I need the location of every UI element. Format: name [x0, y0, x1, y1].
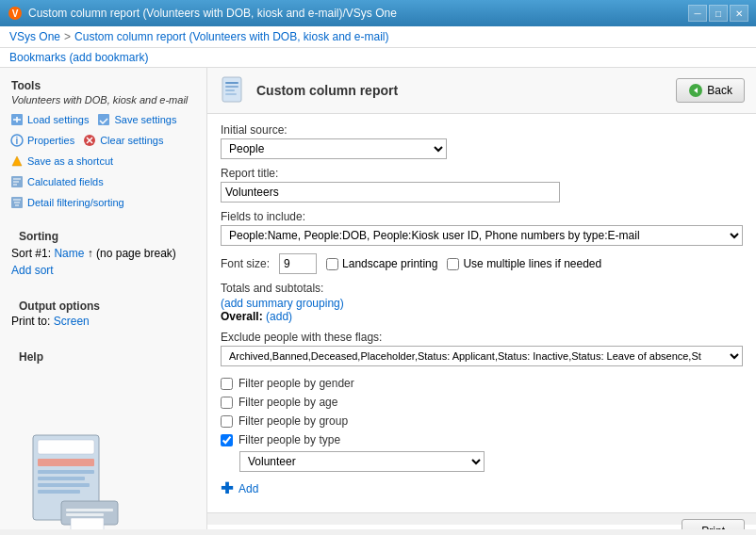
detail-filtering-label: Detail filtering/sorting	[27, 197, 124, 208]
fields-include-select[interactable]: People:Name, People:DOB, People:Kiosk us…	[221, 225, 743, 246]
print-button[interactable]: Print	[682, 519, 745, 529]
report-title-input[interactable]: Volunteers	[221, 182, 560, 203]
filter-group-checkbox[interactable]	[221, 415, 233, 428]
clear-settings-icon	[82, 133, 97, 148]
clear-settings-label: Clear settings	[100, 135, 163, 146]
properties-icon: i	[9, 133, 25, 148]
svg-rect-14	[38, 483, 90, 487]
landscape-checkbox-label[interactable]: Landscape printing	[326, 257, 437, 270]
add-bookmark-link[interactable]: (add bookmark)	[69, 51, 148, 64]
totals-group: Totals and subtotals: (add summary group…	[221, 282, 743, 323]
filter-group-row: Filter people by group	[221, 412, 743, 430]
exclude-flags-select[interactable]: Archived,Banned,Deceased,Placeholder,Sta…	[221, 346, 743, 366]
initial-source-select[interactable]: People	[221, 138, 447, 159]
add-link[interactable]: Add	[238, 482, 258, 495]
add-sort-link[interactable]: Add sort	[11, 264, 54, 277]
initial-source-label: Initial source:	[221, 123, 743, 137]
exclude-flags-group: Exclude people with these flags: Archive…	[221, 331, 743, 366]
sort1-arrow: ↑	[88, 247, 93, 260]
svg-rect-13	[38, 477, 85, 480]
svg-rect-3	[98, 114, 109, 125]
multilines-checkbox[interactable]	[447, 258, 459, 270]
volunteer-type-row: Volunteer	[221, 449, 743, 474]
detail-filtering-icon	[9, 195, 25, 210]
maximize-button[interactable]: □	[709, 5, 728, 22]
back-button[interactable]: Back	[676, 78, 745, 103]
filter-type-label: Filter people by type	[238, 433, 340, 446]
font-size-group: Font size: Landscape printing Use multip…	[221, 253, 743, 274]
save-shortcut-label: Save as a shortcut	[27, 155, 113, 167]
detail-filtering-row: Detail filtering/sorting	[4, 192, 203, 213]
bookmarks-link[interactable]: Bookmarks	[9, 51, 66, 64]
svg-rect-23	[225, 89, 235, 91]
save-settings-label: Save settings	[114, 114, 176, 125]
filter-type-row: Filter people by type	[221, 430, 743, 449]
properties-row: i Properties Clear settings	[4, 130, 203, 151]
tools-section-title: Tools	[4, 75, 203, 94]
home-nav-link[interactable]: VSys One	[9, 30, 60, 43]
filter-age-label: Filter people by age	[238, 396, 337, 409]
current-nav-link[interactable]: Custom column report (Volunteers with DO…	[74, 30, 388, 43]
add-summary-row: (add summary grouping)	[221, 297, 743, 310]
calculated-fields-label: Calculated fields	[27, 176, 104, 187]
sidebar-decorative-image	[14, 407, 137, 529]
overall-row: Overall: (add)	[221, 310, 743, 323]
close-button[interactable]: ✕	[730, 5, 748, 22]
minimize-button[interactable]: ─	[688, 5, 707, 22]
add-summary-link[interactable]: (add summary grouping)	[221, 297, 344, 310]
screen-link[interactable]: Screen	[54, 315, 90, 328]
volunteer-type-select[interactable]: Volunteer	[239, 451, 485, 472]
window-title: Custom column report (Volunteers with DO…	[28, 7, 688, 20]
font-size-label: Font size:	[221, 257, 270, 270]
content-title: Custom column report	[256, 83, 398, 98]
properties-button[interactable]: i Properties	[8, 132, 76, 149]
overall-add-link[interactable]: (add)	[266, 310, 292, 323]
filter-group-label: Filter people by group	[238, 414, 348, 428]
landscape-checkbox[interactable]	[326, 258, 338, 270]
content-area: Custom column report Back Initial source…	[207, 68, 756, 529]
sidebar-tools: Tools Volunteers with DOB, kiosk and e-m…	[0, 75, 206, 371]
svg-rect-21	[225, 82, 238, 84]
title-bar: V Custom column report (Volunteers with …	[0, 0, 756, 26]
save-shortcut-button[interactable]: Save as a shortcut	[8, 153, 115, 170]
add-plus-icon: ✚	[221, 479, 233, 497]
sorting-section: Sorting Sort #1: Name ↑ (no page break) …	[4, 220, 203, 283]
svg-rect-22	[225, 86, 238, 88]
bookmarks-bar: Bookmarks (add bookmark)	[0, 48, 756, 68]
fields-include-group: Fields to include: People:Name, People:D…	[221, 210, 743, 246]
sort1-value[interactable]: Name	[54, 247, 84, 260]
font-size-input[interactable]	[279, 253, 317, 274]
form-area: Initial source: People Report title: Vol…	[207, 114, 756, 512]
initial-source-group: Initial source: People	[221, 123, 743, 159]
filter-gender-checkbox[interactable]	[221, 378, 233, 390]
content-header: Custom column report Back	[207, 68, 756, 114]
svg-text:V: V	[12, 8, 19, 19]
print-to-row: Print to: Screen	[11, 315, 195, 328]
detail-filtering-button[interactable]: Detail filtering/sorting	[8, 194, 126, 211]
main-container: Tools Volunteers with DOB, kiosk and e-m…	[0, 68, 756, 529]
clear-settings-button[interactable]: Clear settings	[80, 132, 165, 149]
multilines-checkbox-label[interactable]: Use multiple lines if needed	[447, 257, 601, 270]
output-title: Output options	[11, 296, 195, 315]
filter-gender-label: Filter people by gender	[238, 377, 354, 390]
filter-gender-row: Filter people by gender	[221, 374, 743, 393]
add-sort-row: Add sort	[11, 262, 195, 277]
calculated-fields-button[interactable]: Calculated fields	[8, 173, 106, 190]
back-icon	[688, 83, 703, 98]
app-icon: V	[8, 6, 23, 21]
load-settings-button[interactable]: Load settings	[8, 111, 90, 128]
filter-type-checkbox[interactable]	[221, 434, 233, 446]
save-settings-icon	[96, 112, 111, 127]
help-title: Help	[11, 347, 195, 365]
calculated-fields-row: Calculated fields	[4, 171, 203, 192]
report-icon	[219, 75, 249, 105]
save-settings-button[interactable]: Save settings	[94, 111, 178, 128]
overall-label: Overall:	[221, 310, 263, 323]
save-shortcut-icon	[9, 154, 25, 169]
load-settings-label: Load settings	[27, 114, 89, 125]
load-settings-row: Load settings Save settings	[4, 109, 203, 130]
multilines-label: Use multiple lines if needed	[463, 257, 601, 270]
nav-separator: >	[64, 30, 71, 43]
filter-age-checkbox[interactable]	[221, 397, 233, 409]
svg-rect-18	[66, 513, 104, 516]
